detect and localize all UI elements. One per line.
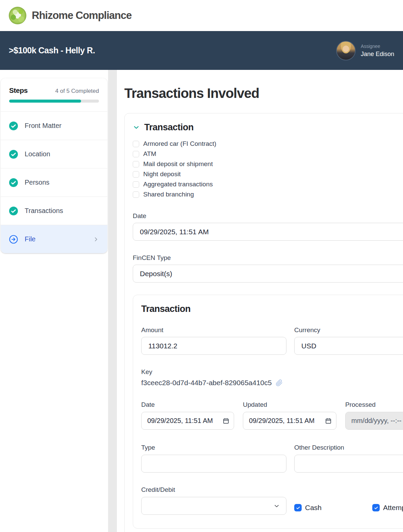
transaction-section-header[interactable]: Transaction: [133, 122, 403, 133]
checkbox-unchecked-icon[interactable]: [133, 191, 139, 198]
sidebar-item-label: Front Matter: [25, 122, 61, 130]
currency-label: Currency: [294, 326, 403, 334]
processed-label: Processed: [345, 401, 403, 408]
type-input[interactable]: [141, 455, 286, 473]
option-label: Night deposit: [143, 170, 181, 178]
txn-date-input[interactable]: 09/29/2025, 11:51 AM: [141, 412, 234, 430]
option-label: ATM: [143, 150, 156, 158]
option-armored-car[interactable]: Armored car (FI Contract): [133, 139, 403, 149]
attempt-checkbox[interactable]: Attempt: [372, 504, 403, 512]
steps-title: Steps: [9, 86, 28, 95]
attempt-label: Attempt: [383, 504, 403, 512]
sidebar-column: Steps 4 of 5 Completed Front Matter Loca…: [0, 70, 108, 532]
fincen-type-input[interactable]: [133, 265, 403, 283]
page-title: Transactions Involved: [124, 86, 403, 101]
section-title: Transaction: [144, 122, 194, 133]
checkbox-unchecked-icon[interactable]: [133, 181, 139, 188]
chevron-down-icon[interactable]: [133, 124, 140, 131]
sidebar-item-location[interactable]: Location: [1, 140, 107, 168]
type-label: Type: [141, 444, 286, 451]
checkbox-unchecked-icon[interactable]: [133, 151, 139, 157]
transaction-section-card: Transaction Armored car (FI Contract) AT…: [124, 113, 403, 532]
currency-input[interactable]: [294, 337, 403, 355]
credit-debit-select[interactable]: [141, 497, 286, 515]
option-label: Shared branching: [143, 191, 194, 198]
amount-input[interactable]: [141, 337, 286, 355]
main-content: Transactions Involved Transaction Armore…: [117, 70, 403, 532]
chevron-right-icon: [93, 236, 99, 242]
checkbox-checked-icon[interactable]: [294, 504, 302, 511]
key-value: f3ceec28-0d7d-44b7-abef-829065a410c5: [141, 379, 272, 387]
check-circle-icon: [9, 150, 18, 159]
checkbox-unchecked-icon[interactable]: [133, 161, 139, 167]
steps-progress-text: 4 of 5 Completed: [55, 88, 99, 95]
other-description-label: Other Description: [294, 444, 403, 451]
check-circle-icon: [9, 207, 18, 215]
panel-divider: [108, 70, 117, 532]
sidebar-item-file[interactable]: File: [1, 225, 107, 253]
fincen-type-label: FinCEN Type: [133, 254, 403, 262]
checkbox-unchecked-icon[interactable]: [133, 141, 139, 147]
checkbox-unchecked-icon[interactable]: [133, 171, 139, 178]
checkbox-checked-icon[interactable]: [372, 504, 380, 511]
rhizome-logo-icon: [9, 7, 26, 24]
transaction-detail-card: Transaction Amount Currency Key f3ceec28…: [133, 295, 403, 529]
date-input[interactable]: [133, 223, 403, 241]
assignee-avatar[interactable]: [336, 41, 356, 60]
calendar-icon[interactable]: [325, 418, 332, 424]
progress-fill: [9, 100, 81, 103]
option-label: Armored car (FI Contract): [143, 140, 216, 148]
sidebar-item-persons[interactable]: Persons: [1, 168, 107, 196]
key-label: Key: [141, 368, 403, 376]
assignee-name: Jane Edison: [361, 51, 394, 58]
transaction-card-title: Transaction: [141, 304, 403, 314]
check-circle-icon: [9, 122, 18, 130]
amount-label: Amount: [141, 326, 286, 334]
processed-input: mm/dd/yyyy, --:-- --: [345, 412, 403, 430]
option-atm[interactable]: ATM: [133, 149, 403, 159]
cash-label: Cash: [305, 504, 322, 512]
assignee-label: Assignee: [361, 44, 394, 49]
option-night-deposit[interactable]: Night deposit: [133, 169, 403, 179]
cash-checkbox[interactable]: Cash: [294, 504, 322, 512]
updated-input[interactable]: 09/29/2025, 11:51 AM: [243, 412, 336, 430]
transaction-options: Armored car (FI Contract) ATM Mail depos…: [133, 139, 403, 200]
chevron-down-icon: [273, 503, 280, 509]
processed-placeholder: mm/dd/yyyy, --:-- --: [351, 417, 403, 425]
option-label: Aggregated transactions: [143, 181, 213, 188]
assignee-block[interactable]: Assignee Jane Edison: [336, 41, 394, 60]
sidebar-item-front-matter[interactable]: Front Matter: [1, 111, 107, 140]
app-header: Rhizome Compliance: [0, 0, 403, 31]
option-mail-deposit[interactable]: Mail deposit or shipment: [133, 159, 403, 169]
date-label: Date: [133, 212, 403, 220]
app-title: Rhizome Compliance: [32, 9, 132, 22]
arrow-right-circle-icon: [9, 235, 18, 244]
option-label: Mail deposit or shipment: [143, 160, 213, 168]
paperclip-icon[interactable]: [276, 379, 283, 387]
option-aggregated-transactions[interactable]: Aggregated transactions: [133, 179, 403, 189]
sidebar-item-transactions[interactable]: Transactions: [1, 196, 107, 225]
updated-value: 09/29/2025, 11:51 AM: [249, 417, 323, 425]
check-circle-icon: [9, 178, 18, 187]
txn-date-label: Date: [141, 401, 234, 408]
txn-date-value: 09/29/2025, 11:51 AM: [147, 417, 221, 425]
sidebar-item-label: Transactions: [25, 207, 63, 215]
progress-bar: [9, 100, 99, 103]
calendar-icon[interactable]: [223, 418, 229, 424]
case-bar: >$100k Cash - Helly R. Assignee Jane Edi…: [0, 31, 403, 70]
option-shared-branching[interactable]: Shared branching: [133, 189, 403, 200]
sidebar-item-label: File: [25, 235, 35, 243]
sidebar-item-label: Persons: [25, 179, 49, 186]
credit-debit-label: Credit/Debit: [141, 486, 286, 494]
steps-panel: Steps 4 of 5 Completed Front Matter Loca…: [1, 78, 107, 253]
case-title: >$100k Cash - Helly R.: [9, 46, 95, 55]
sidebar-item-label: Location: [25, 150, 50, 158]
other-description-input[interactable]: [294, 455, 403, 473]
updated-label: Updated: [243, 401, 336, 408]
